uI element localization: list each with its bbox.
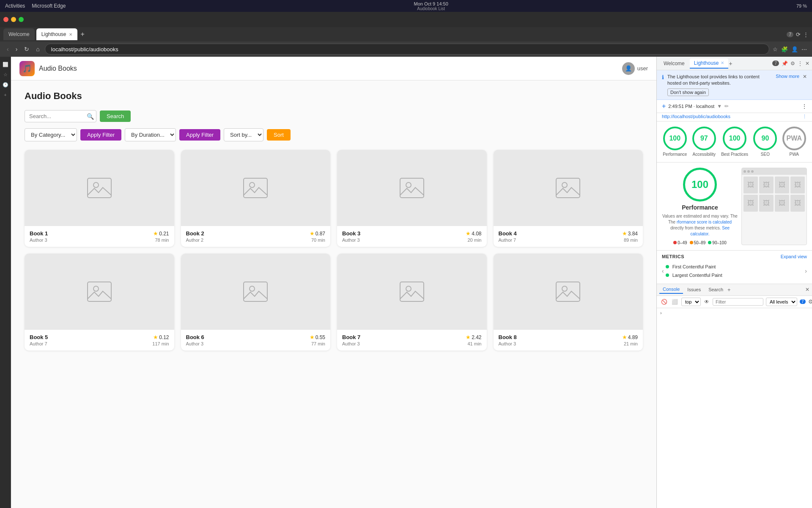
book-card[interactable]: Book 2 ★0.87 Author 2 70 min (181, 150, 331, 247)
os-taskbar-right: 79 % (796, 3, 807, 8)
lh-ss-row-2: 🖼 🖼 🖼 🖼 (743, 195, 805, 212)
lh-info-icon: ℹ (662, 74, 664, 80)
tab-lighthouse[interactable]: Lighthouse ✕ (36, 28, 77, 40)
duration-filter-select[interactable]: By Duration... (125, 128, 176, 141)
browser-menu-icon[interactable]: ⋯ (801, 46, 807, 52)
profile-icon[interactable]: 👤 (791, 46, 798, 52)
console-filter-input[interactable] (713, 298, 763, 306)
lh-run-arrow-icon[interactable]: ▼ (717, 103, 722, 109)
lh-score-item: PWA PWA (782, 127, 806, 157)
lh-dont-show-btn[interactable]: Don't show again (667, 88, 709, 96)
console-gear-icon[interactable]: ⚙ (808, 298, 812, 305)
lh-run-kebab-btn[interactable]: ⋮ (802, 103, 807, 109)
book-author-row: Author 3 41 min (342, 341, 482, 346)
ss-dot-3 (751, 170, 754, 173)
book-title-row: Book 1 ★0.21 (30, 230, 169, 237)
nav-refresh-btn[interactable]: ↻ (22, 45, 31, 53)
lh-perf-link[interactable]: rformance score is calculated (677, 220, 732, 224)
devtools-tab-lighthouse-close[interactable]: ✕ (721, 61, 724, 65)
logo-icon: 🎵 (19, 61, 35, 76)
book-card[interactable]: Book 6 ★0.55 Author 3 77 min (181, 254, 331, 351)
tab-add-btn[interactable]: + (79, 30, 86, 38)
apply-filter2-btn[interactable]: Apply Filter (179, 129, 220, 141)
win-min-btn[interactable] (11, 17, 16, 22)
devtools-kebab-icon[interactable]: ⋮ (798, 61, 803, 66)
star-icon: ★ (466, 230, 471, 237)
browser-titlebar (0, 12, 812, 27)
console-toggle-btn[interactable]: ⬜ (671, 298, 679, 306)
apply-filter1-btn[interactable]: Apply Filter (80, 129, 121, 141)
sort-btn[interactable]: Sort (267, 129, 291, 141)
sidebar-favorites-icon[interactable]: ☆ (1, 70, 10, 79)
console-levels-select[interactable]: All levels (766, 298, 797, 306)
lh-score-label: SEO (761, 152, 770, 157)
sidebar-add-icon[interactable]: + (1, 91, 10, 99)
book-card[interactable]: Book 7 ★2.42 Author 3 41 min (337, 254, 487, 351)
devtools-tab-welcome[interactable]: Welcome (659, 59, 689, 68)
book-card[interactable]: Book 5 ★0.12 Author 7 117 min (25, 254, 174, 351)
star-icon[interactable]: ☆ (773, 46, 778, 52)
book-title-row: Book 4 ★3.84 (499, 230, 638, 237)
os-activities[interactable]: Activities (5, 3, 25, 9)
console-context-select[interactable]: top (681, 298, 701, 306)
svg-point-9 (93, 286, 99, 291)
nav-forward-btn[interactable]: › (14, 45, 19, 53)
tab-welcome[interactable]: Welcome (3, 28, 35, 40)
window-controls (3, 17, 24, 22)
sort-select[interactable]: Sort by... (224, 128, 263, 141)
console-tab-close-btn[interactable]: ✕ (805, 287, 809, 293)
lh-info-close-btn[interactable]: ✕ (803, 74, 807, 80)
console-tab-search[interactable]: Search (705, 286, 727, 293)
lh-run-edit-icon[interactable]: ✏ (724, 103, 729, 109)
sidebar-history-icon[interactable]: 🕐 (1, 80, 10, 89)
console-error-badge[interactable]: 7 (800, 299, 806, 304)
search-icon-btn[interactable]: 🔍 (87, 113, 94, 120)
devtools-tabs: Welcome Lighthouse ✕ + 7 📌 ⚙ ⋮ ✕ (657, 57, 812, 70)
devtools-gear-icon[interactable]: ⚙ (790, 61, 795, 66)
book-duration: 21 min (624, 341, 638, 346)
tab-menu-icon[interactable]: ⋮ (803, 31, 809, 38)
search-input[interactable] (25, 110, 96, 122)
book-card[interactable]: Book 8 ★4.89 Author 3 21 min (494, 254, 643, 351)
address-input[interactable] (45, 44, 769, 55)
book-info: Book 4 ★3.84 Author 7 89 min (494, 226, 643, 247)
console-prompt[interactable]: › (660, 310, 662, 315)
browser-page: 🎵 Audio Books 👤 user Audio Books (11, 57, 812, 508)
book-placeholder-icon (399, 177, 425, 199)
devtools-close-icon[interactable]: ✕ (805, 61, 809, 66)
console-body: › (657, 308, 812, 508)
ss-dot-1 (743, 170, 746, 173)
console-clear-btn[interactable]: 🚫 (660, 298, 668, 306)
console-tab-issues[interactable]: Issues (684, 286, 704, 293)
tab-lighthouse-close[interactable]: ✕ (69, 32, 72, 37)
lh-url-kebab[interactable]: ⋮ (802, 114, 807, 119)
search-button[interactable]: Search (100, 110, 131, 122)
nav-back-btn[interactable]: ‹ (5, 45, 11, 53)
lh-scroll-left-btn[interactable]: ‹ (662, 268, 664, 274)
category-filter-select[interactable]: By Category... (25, 128, 77, 141)
book-card[interactable]: Book 4 ★3.84 Author 7 89 min (494, 150, 643, 247)
extension-icon[interactable]: 🧩 (781, 46, 788, 52)
lh-show-more-link[interactable]: Show more (776, 74, 799, 79)
sidebar-tabs-icon[interactable]: ⬜ (1, 60, 10, 69)
lh-expand-view-btn[interactable]: Expand view (781, 254, 807, 259)
console-tab-console[interactable]: Console (659, 285, 683, 294)
devtools-tab-add[interactable]: + (729, 60, 732, 67)
lh-ss-cell-7: 🖼 (775, 195, 789, 212)
console-eye-btn[interactable]: 👁 (703, 298, 710, 306)
book-card[interactable]: Book 3 ★4.08 Author 3 20 min (337, 150, 487, 247)
filter-row: By Category... Apply Filter By Duration.… (25, 128, 643, 141)
nav-home-btn[interactable]: ⌂ (34, 45, 41, 53)
book-card[interactable]: Book 1 ★0.21 Author 3 78 min (25, 150, 174, 247)
ss-img-icon-7: 🖼 (779, 199, 785, 207)
devtools-tab-lighthouse[interactable]: Lighthouse ✕ (690, 58, 728, 69)
svg-rect-14 (556, 282, 580, 301)
devtools-pin-icon[interactable]: 📌 (782, 61, 788, 66)
lh-run-add-btn[interactable]: + (662, 102, 666, 110)
console-tab-add[interactable]: + (727, 287, 731, 293)
lh-scroll-right-btn[interactable]: › (805, 268, 807, 274)
lh-scroll-area: ‹ First Contentful PaintLargest Contentf… (662, 262, 807, 280)
book-cover (494, 254, 643, 330)
win-close-btn[interactable] (3, 17, 8, 22)
win-max-btn[interactable] (19, 17, 24, 22)
